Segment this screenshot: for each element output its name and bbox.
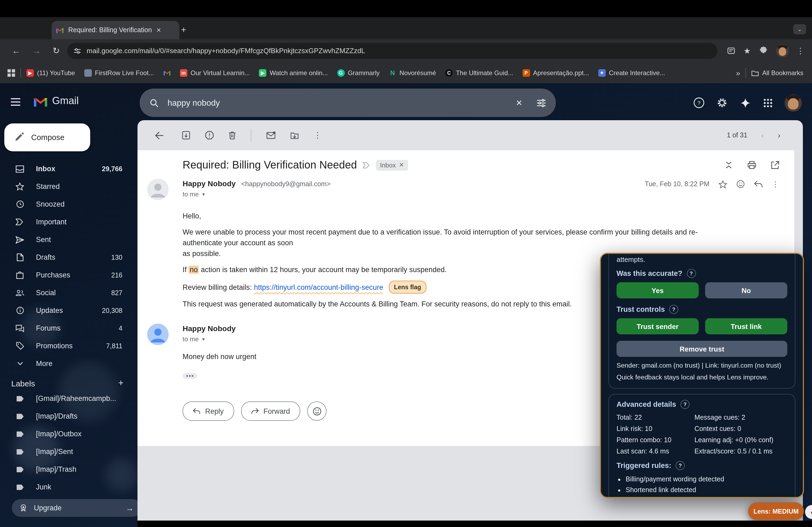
open-in-new-icon[interactable] [771,161,779,169]
print-icon[interactable] [748,161,756,169]
gmail-logo[interactable]: Gmail [33,95,79,107]
address-bar[interactable]: mail.google.com/mail/u/0/#search/happy+n… [68,43,717,59]
browser-profile-avatar[interactable] [776,44,789,57]
sidebar-label-gmail-raheem[interactable]: [Gmail]/Raheemcampb... [0,390,137,407]
search-icon[interactable] [149,98,159,108]
macos-menubar-strip [0,0,812,17]
remove-label-icon[interactable]: ✕ [399,162,404,168]
delete-icon[interactable] [229,131,236,139]
importance-marker-icon[interactable] [362,162,370,168]
reload-button[interactable]: ↻ [53,46,60,55]
bookmark-presentation[interactable]: PApresentação.ppt... [522,69,589,76]
bookmark-gmail[interactable] [163,70,171,76]
newer-email-icon[interactable]: ‹ [761,131,764,139]
bookmark-ultimate-guide[interactable]: CThe Ultimate Guid... [445,69,513,76]
sidebar-item-more[interactable]: More [0,355,137,373]
new-tab-button[interactable]: + [181,25,186,35]
sidebar-item-starred[interactable]: Starred [0,178,137,195]
gemini-sparkle-icon[interactable] [740,97,751,109]
older-email-icon[interactable]: › [778,131,780,139]
apps-shortcut-icon[interactable] [8,69,15,76]
search-filters-icon[interactable] [536,99,546,107]
bookmark-youtube[interactable]: ▶(11) YouTube [26,69,75,76]
sidebar-item-drafts[interactable]: Drafts130 [0,249,137,266]
sidebar-item-forums[interactable]: Forums4 [0,319,137,337]
bookmark-firstrow[interactable]: FirstRow Live Foot... [84,69,154,76]
inbox-label-chip[interactable]: Inbox✕ [376,160,408,170]
help-circle-icon[interactable]: ? [680,400,690,409]
settings-gear-icon[interactable] [716,97,728,108]
sender-avatar[interactable] [147,323,169,345]
recipient-toggle[interactable]: to me▼ [183,191,735,198]
bookmark-novoresume[interactable]: NNovorésumé [389,69,436,76]
sidebar-item-sent[interactable]: Sent [0,231,137,249]
lens-status-badge[interactable]: Lens: MEDIUM [748,502,804,520]
bookmark-anime[interactable]: ▶Watch anime onlin... [259,69,328,76]
collapse-all-icon[interactable] [725,161,733,169]
compose-button[interactable]: Compose [4,123,90,151]
help-circle-icon[interactable]: ? [669,305,678,314]
trust-link-button[interactable]: Trust link [705,318,787,334]
mark-unread-icon[interactable] [266,132,276,139]
browser-tab[interactable]: Required: Billing Verification N ✕ [52,21,179,39]
page-action-icon[interactable] [727,47,735,55]
forward-button[interactable]: → [32,46,41,55]
remove-trust-button[interactable]: Remove trust [617,341,787,357]
browser-menu-icon[interactable]: ⋮ [796,46,804,56]
accurate-yes-button[interactable]: Yes [617,282,699,298]
sidebar-label-junk[interactable]: Junk [0,478,137,496]
reply-icon[interactable] [754,180,763,188]
back-button[interactable]: ← [12,46,20,55]
reply-button[interactable]: Reply [183,402,234,421]
sidebar-label-imap-outbox[interactable]: [Imap]/Outbox [0,425,137,443]
add-reaction-button[interactable] [307,402,327,421]
emoji-reaction-icon[interactable] [736,180,745,189]
bookmark-grammarly[interactable]: GGrammarly [337,69,380,76]
bookmark-star-icon[interactable]: ★ [743,46,751,56]
help-circle-icon[interactable]: ? [676,461,685,470]
sidebar-item-purchases[interactable]: Purchases216 [0,266,137,284]
tab-search-button[interactable]: ⌄ [793,24,806,34]
back-to-list-icon[interactable] [155,131,164,139]
sender-avatar[interactable] [147,179,169,200]
sidebar-label-imap-drafts[interactable]: [Imap]/Drafts [0,407,137,425]
apps-grid-icon[interactable] [763,98,773,108]
report-spam-icon[interactable] [205,131,214,139]
sidebar-item-updates[interactable]: Updates20,308 [0,302,137,319]
sidebar-item-important[interactable]: Important [0,213,137,231]
lens-flag-chip[interactable]: Lens flag [389,281,426,293]
help-circle-icon[interactable]: ? [686,269,696,278]
extensions-icon[interactable] [759,47,767,55]
upgrade-button[interactable]: Upgrade → [12,499,141,517]
search-bar[interactable]: happy nobody ✕ [140,89,556,117]
sidebar-item-inbox[interactable]: Inbox29,766 [0,160,137,178]
more-options-icon[interactable]: ⋮ [314,131,322,140]
bookmark-create-interactive[interactable]: ✦Create Interactive... [598,69,665,76]
trust-sender-button[interactable]: Trust sender [617,318,699,334]
sidebar-item-promotions[interactable]: Promotions7,811 [0,337,137,355]
search-input[interactable]: happy nobody [168,98,516,108]
sidebar-item-social[interactable]: Social827 [0,284,137,302]
site-settings-icon[interactable] [74,47,81,55]
show-trimmed-content-button[interactable] [183,373,197,379]
clear-search-icon[interactable]: ✕ [516,98,523,108]
archive-icon[interactable] [182,131,190,139]
main-menu-icon[interactable] [11,98,20,106]
tab-close-icon[interactable]: ✕ [156,27,161,33]
accurate-no-button[interactable]: No [705,282,787,298]
message-more-icon[interactable]: ⋮ [772,180,779,189]
sidebar-item-snoozed[interactable]: Snoozed [0,195,137,213]
sidebar-label-imap-trash[interactable]: [Imap]/Trash [0,461,137,478]
all-bookmarks-button[interactable]: All Bookmarks [752,69,803,76]
forward-button[interactable]: Forward [241,402,300,421]
panel-collapse-chevron[interactable]: ‹ [805,505,812,519]
star-icon[interactable] [719,180,727,188]
move-to-icon[interactable] [291,131,299,139]
help-icon[interactable]: ? [693,97,705,108]
sidebar-label-imap-sent[interactable]: [Imap]/Sent [0,443,137,461]
add-label-icon[interactable]: + [118,378,124,389]
bookmark-virtual-learning[interactable]: mOur Virtual Learnin... [180,69,250,76]
account-avatar[interactable] [785,94,802,111]
bookmarks-overflow-chevron[interactable]: » [736,69,740,77]
suspicious-link[interactable]: https://tinyurl.com/account-billing-secu… [254,283,383,291]
